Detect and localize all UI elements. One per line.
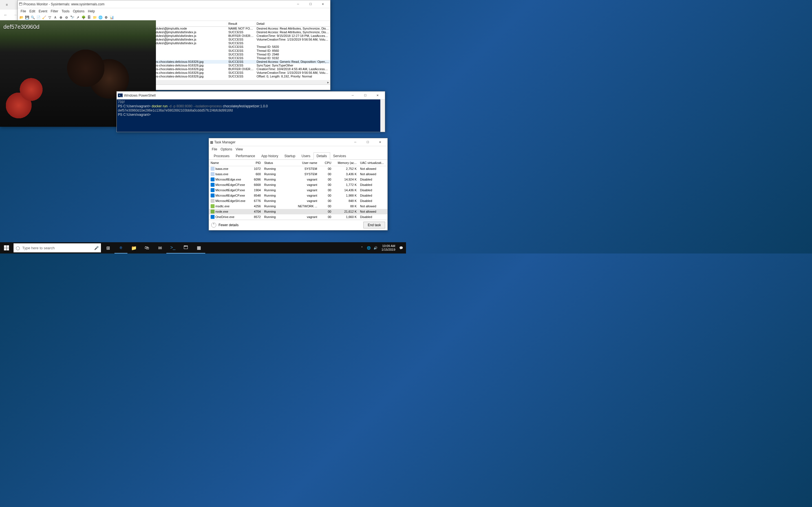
include-icon[interactable]: ⊕	[58, 15, 63, 20]
menu-file[interactable]: File	[19, 9, 27, 14]
procmon-app-icon: 🗔	[19, 2, 22, 6]
process-icon[interactable]: ⚙	[103, 15, 109, 20]
taskbar: ◯ Type here to search 🎤 ⊞ e 📁 🛍 ✉ >_ 🗔 ▦…	[0, 242, 406, 253]
tab-startup[interactable]: Startup	[282, 152, 299, 160]
tree-icon[interactable]: 🌳	[81, 15, 86, 20]
close-button[interactable]: ✕	[317, 0, 329, 8]
save-icon[interactable]: 💾	[24, 15, 30, 20]
col-cpu[interactable]: CPU	[319, 161, 333, 165]
find-icon[interactable]: 🔭	[70, 15, 75, 20]
back-button[interactable]: ←	[2, 11, 9, 18]
menu-file[interactable]: File	[211, 147, 218, 152]
powershell-titlebar[interactable]: >_ Windows PowerShell ─ ☐ ✕	[117, 92, 385, 100]
maximize-button[interactable]: ☐	[361, 138, 374, 146]
console-line: def57e30960d1be286e1c136a7e5902692103bb8…	[118, 108, 384, 113]
maximize-button[interactable]: ☐	[359, 92, 371, 100]
taskbar-search[interactable]: ◯ Type here to search 🎤	[13, 243, 101, 252]
procmon-titlebar[interactable]: 🗔 Process Monitor - Sysinternals: www.sy…	[18, 0, 330, 8]
col-user[interactable]: User name	[291, 161, 319, 165]
col-status[interactable]: Status	[262, 161, 291, 165]
col-result[interactable]: Result	[227, 21, 255, 26]
filesystem-icon[interactable]: 📁	[92, 15, 97, 20]
tray-date: 1/15/2019	[382, 248, 395, 251]
filter-icon[interactable]: ▽	[47, 15, 52, 20]
powershell-window: >_ Windows PowerShell ─ ☐ ✕ 731fPS C:\Us…	[116, 91, 385, 132]
taskmgr-window: ▦ Task Manager ─ ☐ ✕ File Options View P…	[209, 138, 388, 230]
taskbar-app-edge[interactable]: e	[114, 242, 128, 253]
tab-app-history[interactable]: App history	[258, 152, 282, 160]
menu-edit[interactable]: Edit	[28, 9, 36, 14]
notifications-icon[interactable]: 💬	[399, 245, 404, 250]
col-name[interactable]: Name	[209, 161, 248, 165]
powershell-console[interactable]: 731fPS C:\Users\vagrant> docker run -d -…	[117, 100, 385, 132]
tab-performance[interactable]: Performance	[233, 152, 258, 160]
col-mem[interactable]: Memory (ac...	[333, 161, 358, 165]
maximize-button[interactable]: ☐	[304, 0, 317, 8]
taskbar-app-explorer[interactable]: 📁	[128, 242, 140, 253]
close-button[interactable]: ✕	[374, 138, 386, 146]
tab-users[interactable]: Users	[298, 152, 313, 160]
taskmgr-tabs: ProcessesPerformanceApp historyStartupUs…	[209, 152, 388, 160]
fewer-details-button[interactable]: ˄ Fewer details	[211, 223, 239, 228]
col-detail[interactable]: Detail	[255, 21, 330, 26]
minimize-button[interactable]: ─	[349, 138, 361, 146]
scrollbar[interactable]	[380, 100, 385, 132]
tray-clock[interactable]: 10:09 AM 1/15/2019	[380, 244, 397, 251]
taskmgr-headers[interactable]: Name PID Status User name CPU Memory (ac…	[209, 160, 388, 166]
table-row[interactable]: MicrosoftEdgeCP.exe1904Runningvagrant001…	[209, 187, 388, 193]
minimize-button[interactable]: ─	[292, 0, 304, 8]
table-row[interactable]: node.exe4704Running0021,612 KNot allowed	[209, 209, 388, 214]
table-row[interactable]: MicrosoftEdgeSH.exe6776Runningvagrant008…	[209, 198, 388, 204]
tray-volume-icon[interactable]: 🔊	[373, 245, 378, 250]
table-row[interactable]: MicrosoftEdge.exe6096Runningvagrant0014,…	[209, 177, 388, 182]
table-row[interactable]: MicrosoftEdgeCP.exe8548Runningvagrant001…	[209, 193, 388, 198]
menu-options[interactable]: Options	[71, 9, 86, 14]
profiling-icon[interactable]: 📊	[109, 15, 114, 20]
taskmgr-titlebar[interactable]: ▦ Task Manager ─ ☐ ✕	[209, 138, 388, 146]
taskbar-app-store[interactable]: 🛍	[140, 242, 153, 253]
highlight-icon[interactable]: Ａ	[53, 15, 58, 20]
menu-filter[interactable]: Filter	[50, 9, 59, 14]
autoscroll-icon[interactable]: 📄	[36, 15, 41, 20]
hub-icon[interactable]: ≡	[1, 0, 12, 10]
tray-network-icon[interactable]: 🌐	[366, 245, 371, 250]
procmon-menubar: File Edit Event Filter Tools Options Hel…	[18, 8, 330, 14]
table-row[interactable]: msdtc.exe4256RunningNETWORK ...0088 KNot…	[209, 204, 388, 209]
menu-options[interactable]: Options	[219, 147, 233, 152]
menu-tools[interactable]: Tools	[60, 9, 70, 14]
table-row[interactable]: OneDrive.exe8572Runningvagrant001,660 KD…	[209, 214, 388, 220]
capture-icon[interactable]: 🔍	[30, 15, 35, 20]
registry-icon[interactable]: 🗄	[87, 15, 92, 20]
col-uac[interactable]: UAC virtualizati...	[358, 161, 388, 165]
mic-icon[interactable]: 🎤	[94, 246, 99, 250]
tray-overflow-icon[interactable]: ˄	[359, 245, 364, 250]
jump-icon[interactable]: ↗	[75, 15, 80, 20]
table-row[interactable]: lsass.exe600RunningSYSTEM003,436 KNot al…	[209, 172, 388, 177]
menu-event[interactable]: Event	[38, 9, 49, 14]
open-icon[interactable]: 📂	[19, 15, 24, 20]
start-button[interactable]	[0, 242, 13, 253]
close-button[interactable]: ✕	[371, 92, 384, 100]
procmon-title: Process Monitor - Sysinternals: www.sysi…	[22, 2, 292, 6]
taskbar-app-mail[interactable]: ✉	[153, 242, 166, 253]
exclude-icon[interactable]: ⊖	[64, 15, 69, 20]
taskbar-app-powershell[interactable]: >_	[166, 242, 179, 253]
task-view-button[interactable]: ⊞	[101, 242, 114, 253]
menu-help[interactable]: Help	[87, 9, 96, 14]
table-row[interactable]: MicrosoftEdgeCP.exe6668Runningvagrant001…	[209, 182, 388, 187]
end-task-button[interactable]: End task	[363, 222, 385, 228]
tab-services[interactable]: Services	[330, 152, 349, 160]
taskbar-app-taskmgr[interactable]: ▦	[192, 242, 205, 253]
tab-processes[interactable]: Processes	[211, 152, 233, 160]
taskmgr-rows[interactable]: lsass.exe1072RunningSYSTEM002,752 KNot a…	[209, 166, 388, 220]
menu-view[interactable]: View	[235, 147, 244, 152]
clear-icon[interactable]: 🧹	[42, 15, 47, 20]
procmon-toolbar: 📂 💾 🔍 📄 🧹 ▽ Ａ ⊕ ⊖ 🔭 ↗ 🌳 🗄 📁 🌐 ⚙ 📊	[18, 14, 330, 21]
network-icon[interactable]: 🌐	[98, 15, 103, 20]
forward-button[interactable]: →	[12, 11, 18, 18]
minimize-button[interactable]: ─	[347, 92, 359, 100]
table-row[interactable]: lsass.exe1072RunningSYSTEM002,752 KNot a…	[209, 166, 388, 172]
col-pid[interactable]: PID	[248, 161, 262, 165]
tab-details[interactable]: Details	[313, 152, 330, 160]
taskbar-app-procmon[interactable]: 🗔	[179, 242, 192, 253]
